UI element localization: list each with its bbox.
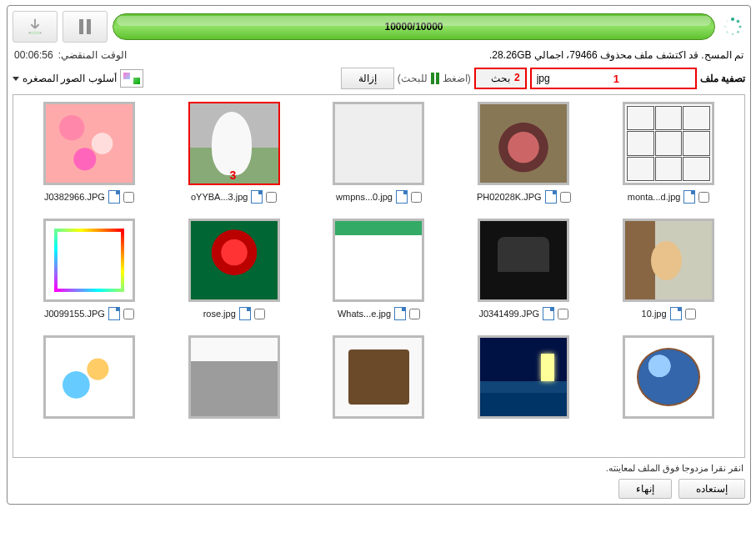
callout-2: 2 — [514, 72, 520, 83]
file-item[interactable]: 10.jpg — [599, 219, 738, 320]
pause-hint-icon — [431, 73, 439, 84]
svg-point-4 — [737, 20, 740, 23]
top-controls: 10000/10000 — [13, 11, 745, 43]
svg-point-3 — [731, 18, 734, 21]
thumbnail[interactable] — [188, 335, 280, 419]
file-checkbox[interactable] — [266, 192, 277, 203]
thumbnail[interactable]: 3 — [188, 102, 280, 185]
pause-button[interactable] — [63, 11, 108, 43]
callout-1: 1 — [613, 73, 619, 85]
file-item[interactable]: monta...d.jpg — [599, 102, 738, 204]
file-icon — [239, 307, 251, 320]
svg-point-6 — [737, 31, 739, 33]
thumbnail[interactable] — [43, 219, 135, 302]
download-icon — [26, 18, 44, 36]
file-item[interactable]: wmpns...0.jpg — [310, 102, 448, 204]
file-checkbox[interactable] — [560, 192, 571, 203]
file-checkbox[interactable] — [123, 192, 134, 203]
thumbnail-art — [480, 338, 567, 416]
file-icon — [545, 190, 557, 204]
file-icon — [670, 307, 682, 320]
thumbnail-art — [625, 338, 712, 416]
results-panel[interactable]: J0382966.JPG3oYYBA...3.jpgwmpns...0.jpgP… — [13, 94, 745, 458]
thumbnail[interactable] — [623, 335, 714, 419]
svg-point-9 — [724, 26, 726, 28]
file-checkbox[interactable] — [411, 192, 422, 203]
search-hint: (اضغط للبحث) — [398, 73, 471, 84]
thumbnail[interactable] — [478, 335, 569, 419]
file-item[interactable] — [599, 335, 738, 419]
thumbnail[interactable] — [333, 335, 424, 419]
file-checkbox[interactable] — [409, 309, 420, 319]
file-icon — [543, 307, 554, 320]
file-icon — [251, 190, 263, 204]
filter-label: تصفية ملف — [700, 73, 745, 84]
file-item[interactable] — [20, 335, 158, 419]
file-name: wmpns...0.jpg — [336, 192, 393, 202]
elapsed-time: الوقت المنقضي: 00:06:56 — [14, 49, 127, 61]
file-caption: J0099155.JPG — [44, 307, 134, 320]
thumbnail[interactable] — [188, 219, 280, 302]
file-caption: J0341499.JPG — [478, 307, 568, 320]
file-icon — [396, 190, 408, 204]
thumbnail[interactable] — [478, 219, 569, 302]
file-name: J0341499.JPG — [478, 309, 539, 319]
file-checkbox[interactable] — [254, 309, 265, 319]
file-checkbox[interactable] — [558, 309, 568, 319]
finish-button[interactable]: إنهاء — [618, 479, 672, 499]
progress-text: 10000/10000 — [384, 21, 443, 33]
thumbnail-art — [335, 104, 422, 183]
thumbnail[interactable] — [333, 102, 424, 185]
file-item[interactable] — [310, 335, 448, 419]
thumbnail-art — [46, 221, 133, 299]
file-icon — [394, 307, 406, 320]
file-item[interactable] — [165, 335, 303, 419]
thumbnail[interactable] — [43, 335, 135, 419]
thumbnail[interactable] — [333, 219, 424, 302]
download-button[interactable] — [13, 11, 58, 43]
search-button[interactable]: بحث 2 — [474, 68, 527, 89]
remove-button[interactable]: إزالة — [341, 68, 394, 89]
restore-button[interactable]: إستعاده — [678, 479, 745, 499]
thumbnail-art — [46, 338, 133, 416]
file-name: Whats...e.jpg — [338, 309, 391, 319]
footer-buttons: إنهاء إستعاده — [13, 479, 745, 499]
file-name: J0099155.JPG — [44, 309, 105, 319]
file-item[interactable]: 3oYYBA...3.jpg — [165, 102, 303, 204]
svg-rect-2 — [87, 19, 91, 34]
svg-point-7 — [732, 33, 733, 35]
svg-rect-1 — [79, 19, 83, 34]
file-item[interactable]: rose.jpg — [165, 219, 303, 320]
file-name: J0382966.JPG — [44, 192, 105, 202]
thumbnail-art — [191, 221, 278, 299]
svg-point-0 — [30, 32, 41, 35]
thumbnail-grid: J0382966.JPG3oYYBA...3.jpgwmpns...0.jpgP… — [20, 102, 738, 419]
thumbnail-art — [335, 338, 422, 416]
file-caption: oYYBA...3.jpg — [191, 190, 278, 204]
thumbnail[interactable] — [478, 102, 569, 185]
app-window: 10000/10000 تم المسح. قد اكتشف ملف محذوف… — [7, 5, 751, 505]
file-item[interactable]: PH02028K.JPG — [454, 102, 593, 204]
file-name: rose.jpg — [203, 309, 236, 319]
thumbnail-style-dropdown[interactable]: أسلوب الصور المصغره — [13, 69, 143, 88]
file-item[interactable]: J0341499.JPG — [454, 219, 593, 320]
thumbnail[interactable] — [623, 219, 714, 302]
file-checkbox[interactable] — [123, 309, 134, 319]
thumbnail[interactable] — [623, 102, 714, 185]
thumbnail-art — [191, 338, 278, 416]
thumbnail-art — [335, 221, 422, 299]
svg-point-10 — [726, 20, 728, 23]
file-name: 10.jpg — [642, 309, 667, 319]
preview-hint: انقر نقرا مزدوجا فوق الملف لمعاينته. — [14, 463, 743, 474]
file-caption: Whats...e.jpg — [338, 307, 420, 320]
file-checkbox[interactable] — [698, 192, 709, 203]
file-item[interactable]: J0099155.JPG — [20, 219, 158, 320]
file-checkbox[interactable] — [685, 309, 696, 319]
file-caption: 10.jpg — [642, 307, 696, 320]
file-item[interactable] — [454, 335, 593, 419]
file-item[interactable]: Whats...e.jpg — [310, 219, 448, 320]
thumbnail-art — [480, 221, 567, 299]
file-item[interactable]: J0382966.JPG — [20, 102, 158, 204]
thumbnail[interactable] — [43, 102, 135, 185]
chevron-down-icon — [13, 77, 19, 81]
